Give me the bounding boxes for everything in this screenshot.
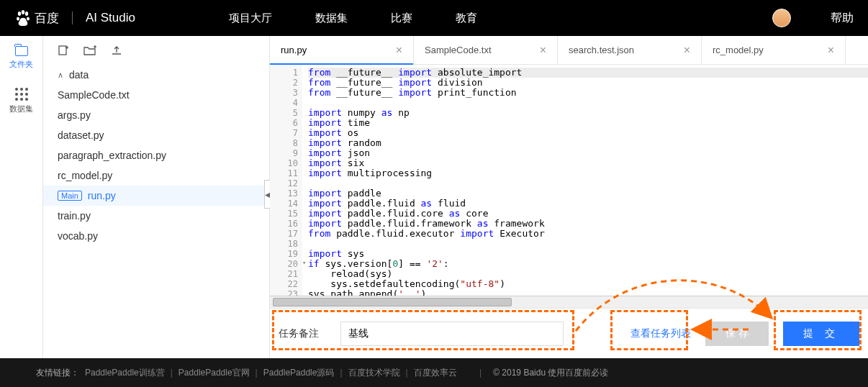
new-folder-icon[interactable]	[83, 45, 96, 55]
fold-icon[interactable]: ▾	[302, 259, 306, 266]
code-area[interactable]: 123456789101112131415161718192021222324 …	[270, 65, 868, 296]
task-note-label: 任务备注	[279, 327, 319, 340]
code-lines[interactable]: from __future__ import absolute_importfr…	[302, 65, 868, 296]
file-item[interactable]: SampleCode.txt	[43, 85, 269, 105]
nav-dataset[interactable]: 数据集	[315, 12, 348, 25]
close-icon[interactable]: ×	[828, 44, 834, 57]
left-nav-datasets[interactable]: 数据集	[0, 79, 42, 122]
main-badge: Main	[58, 191, 82, 201]
footer: 友情链接： PaddlePaddle训练营| PaddlePaddle官网| P…	[0, 358, 868, 387]
editor-area: ◀ run.py× SampleCode.txt× search.test.js…	[270, 36, 868, 358]
file-item[interactable]: args.py	[43, 105, 269, 125]
file-item[interactable]: dataset.py	[43, 125, 269, 145]
editor-tabs: run.py× SampleCode.txt× search.test.json…	[270, 36, 868, 65]
file-item[interactable]: vocab.py	[43, 226, 269, 246]
nav-edu[interactable]: 教育	[456, 12, 477, 25]
file-item[interactable]: paragraph_extraction.py	[43, 145, 269, 165]
grid-icon	[15, 88, 28, 101]
line-gutter: 123456789101112131415161718192021222324	[270, 65, 302, 296]
close-icon[interactable]: ×	[396, 44, 402, 57]
save-button[interactable]: 保 存	[705, 322, 769, 346]
file-folder-data[interactable]: ∧ data	[43, 65, 269, 85]
logo-divider	[72, 12, 73, 24]
main-area: 文件夹 数据集 ∧ data SampleCode.txt args.py da…	[0, 36, 868, 358]
svg-point-0	[18, 12, 21, 16]
footer-link[interactable]: 百度效率云	[414, 367, 457, 379]
baidu-logo: 百度	[14, 9, 59, 27]
logo-baidu-text: 百度	[35, 10, 59, 27]
file-item-active[interactable]: Main run.py	[43, 186, 269, 206]
nav-help[interactable]: 帮助	[831, 11, 854, 26]
paw-icon	[14, 9, 32, 27]
tab-run-py[interactable]: run.py×	[270, 36, 414, 64]
close-icon[interactable]: ×	[684, 44, 690, 57]
file-panel: ∧ data SampleCode.txt args.py dataset.py…	[43, 36, 270, 358]
close-icon[interactable]: ×	[540, 44, 546, 57]
left-nav: 文件夹 数据集	[0, 36, 43, 358]
collapse-handle[interactable]: ◀	[264, 180, 270, 209]
footer-label: 友情链接：	[36, 367, 79, 379]
folder-icon	[15, 46, 28, 56]
svg-point-4	[27, 17, 30, 20]
file-list: ∧ data SampleCode.txt args.py dataset.py…	[43, 65, 269, 358]
scrollbar-thumb[interactable]	[273, 298, 512, 306]
svg-rect-5	[59, 46, 66, 55]
left-nav-datasets-label: 数据集	[9, 104, 33, 114]
nav-hall[interactable]: 项目大厅	[229, 12, 272, 25]
upload-icon[interactable]	[111, 45, 122, 56]
left-nav-files[interactable]: 文件夹	[0, 36, 42, 79]
footer-link[interactable]: PaddlePaddle训练营	[85, 367, 165, 379]
svg-point-2	[25, 12, 28, 16]
nav-contest[interactable]: 比赛	[391, 12, 412, 25]
logo-studio-text: AI Studio	[86, 11, 135, 25]
footer-copyright: © 2019 Baidu 使用百度前必读	[493, 367, 608, 379]
footer-link[interactable]: PaddlePaddle源码	[263, 367, 335, 379]
bottom-bar: 任务备注 查看任务列表 保 存 提 交	[270, 308, 868, 358]
tab-samplecode[interactable]: SampleCode.txt×	[414, 36, 558, 64]
horizontal-scrollbar[interactable]	[270, 296, 868, 308]
footer-link[interactable]: 百度技术学院	[348, 367, 400, 379]
new-file-icon[interactable]	[58, 45, 69, 56]
left-nav-files-label: 文件夹	[9, 59, 33, 70]
file-toolbar	[43, 36, 269, 65]
file-item[interactable]: rc_model.py	[43, 165, 269, 186]
task-note-input[interactable]	[340, 322, 564, 346]
tab-search-json[interactable]: search.test.json×	[558, 36, 702, 64]
file-item[interactable]: train.py	[43, 206, 269, 226]
tab-rc-model[interactable]: rc_model.py×	[702, 36, 846, 64]
footer-link[interactable]: PaddlePaddle官网	[178, 367, 250, 379]
chevron-down-icon: ∧	[58, 70, 63, 80]
svg-point-1	[22, 10, 24, 14]
avatar[interactable]	[772, 9, 791, 27]
nav-links: 项目大厅 数据集 比赛 教育	[229, 12, 477, 25]
logo-area[interactable]: 百度 AI Studio	[14, 9, 135, 27]
top-bar: 百度 AI Studio 项目大厅 数据集 比赛 教育 帮助	[0, 0, 868, 36]
view-task-list-link[interactable]: 查看任务列表	[630, 327, 691, 340]
folder-name: data	[69, 69, 89, 81]
svg-point-3	[17, 17, 19, 20]
submit-button[interactable]: 提 交	[783, 322, 859, 346]
